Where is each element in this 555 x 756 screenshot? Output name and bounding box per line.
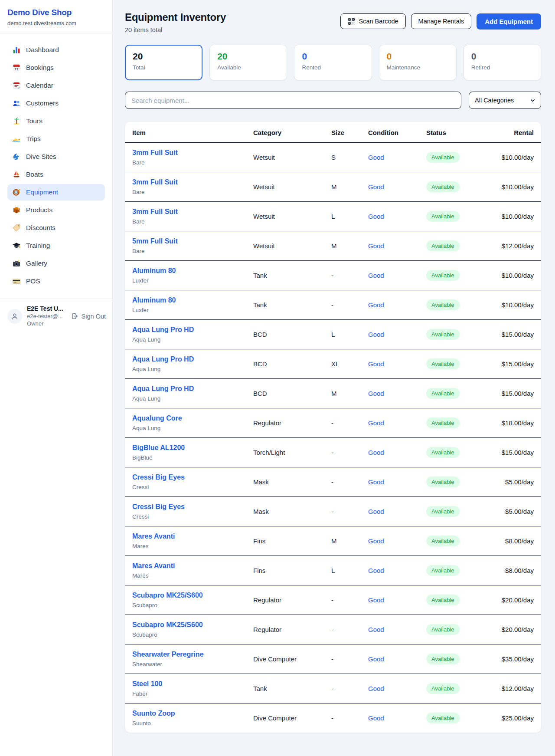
table-row[interactable]: Aqua Lung Pro HD Aqua Lung BCD XL Good A… xyxy=(125,349,541,378)
stat-value: 20 xyxy=(133,51,195,61)
item-condition-link[interactable]: Good xyxy=(368,349,426,378)
item-condition-link[interactable]: Good xyxy=(368,467,426,496)
item-name-link[interactable]: Aluminum 80 xyxy=(132,296,253,304)
item-name-link[interactable]: Steel 100 xyxy=(132,680,253,688)
stat-card-rented[interactable]: 0 Rented xyxy=(294,45,372,80)
table-row[interactable]: Aluminum 80 Luxfer Tank - Good Available… xyxy=(125,290,541,319)
sidebar-nav: Dashboard 17 Bookings Calendar Customers… xyxy=(0,33,112,299)
item-name-link[interactable]: Aqualung Core xyxy=(132,414,253,422)
sidebar-item-boats[interactable]: Boats xyxy=(7,166,105,183)
table-row[interactable]: Mares Avanti Mares Fins M Good Available… xyxy=(125,526,541,555)
item-condition-link[interactable]: Good xyxy=(368,615,426,644)
table-row[interactable]: Mares Avanti Mares Fins L Good Available… xyxy=(125,555,541,585)
item-name-link[interactable]: Scubapro MK25/S600 xyxy=(132,621,253,629)
category-select-value: All Categories xyxy=(475,97,514,104)
item-condition-link[interactable]: Good xyxy=(368,408,426,437)
table-row[interactable]: Cressi Big Eyes Cressi Mask - Good Avail… xyxy=(125,496,541,526)
item-name-link[interactable]: 5mm Full Suit xyxy=(132,237,253,245)
dive-sites-icon xyxy=(12,152,21,161)
stat-card-available[interactable]: 20 Available xyxy=(209,45,287,80)
item-rental-price: $10.00/day xyxy=(498,142,541,172)
item-name-link[interactable]: Shearwater Peregrine xyxy=(132,651,253,658)
stat-card-total[interactable]: 20 Total xyxy=(125,45,202,80)
user-name: E2E Test U... xyxy=(27,305,63,312)
sidebar-item-dashboard[interactable]: Dashboard xyxy=(7,42,105,58)
sidebar-item-gallery[interactable]: Gallery xyxy=(7,255,105,272)
item-condition-link[interactable]: Good xyxy=(368,674,426,703)
add-equipment-button[interactable]: Add Equipment xyxy=(477,13,541,30)
table-row[interactable]: Steel 100 Faber Tank - Good Available $1… xyxy=(125,674,541,703)
stat-card-retired[interactable]: 0 Retired xyxy=(464,45,541,80)
item-name-link[interactable]: Aqua Lung Pro HD xyxy=(132,385,253,393)
table-row[interactable]: 5mm Full Suit Bare Wetsuit M Good Availa… xyxy=(125,231,541,260)
table-row[interactable]: 3mm Full Suit Bare Wetsuit M Good Availa… xyxy=(125,172,541,201)
sidebar-item-equipment[interactable]: Equipment xyxy=(7,184,105,201)
item-name-link[interactable]: Aqua Lung Pro HD xyxy=(132,355,253,363)
item-condition-link[interactable]: Good xyxy=(368,260,426,290)
item-name-link[interactable]: BigBlue AL1200 xyxy=(132,444,253,452)
item-name-link[interactable]: Aluminum 80 xyxy=(132,267,253,275)
table-row[interactable]: BigBlue AL1200 BigBlue Torch/Light - Goo… xyxy=(125,437,541,467)
item-name-link[interactable]: Cressi Big Eyes xyxy=(132,473,253,481)
stat-label: Rented xyxy=(302,64,364,71)
sidebar-item-bookings[interactable]: 17 Bookings xyxy=(7,59,105,76)
sidebar-item-dive-sites[interactable]: Dive Sites xyxy=(7,148,105,165)
item-name-link[interactable]: 3mm Full Suit xyxy=(132,208,253,216)
item-condition-link[interactable]: Good xyxy=(368,496,426,526)
item-name-link[interactable]: Mares Avanti xyxy=(132,532,253,540)
manage-rentals-button[interactable]: Manage Rentals xyxy=(411,13,472,29)
item-name-link[interactable]: 3mm Full Suit xyxy=(132,149,253,157)
item-condition-link[interactable]: Good xyxy=(368,644,426,674)
item-condition-link[interactable]: Good xyxy=(368,526,426,555)
sidebar-item-discounts[interactable]: Discounts xyxy=(7,220,105,236)
sidebar-item-products[interactable]: Products xyxy=(7,202,105,218)
item-rental-price: $10.00/day xyxy=(498,201,541,231)
item-condition-link[interactable]: Good xyxy=(368,172,426,201)
item-name-link[interactable]: Suunto Zoop xyxy=(132,710,253,717)
table-row[interactable]: Aluminum 80 Luxfer Tank - Good Available… xyxy=(125,260,541,290)
table-row[interactable]: Scubapro MK25/S600 Scubapro Regulator - … xyxy=(125,615,541,644)
status-badge: Available xyxy=(426,358,460,369)
item-size: - xyxy=(331,496,368,526)
item-condition-link[interactable]: Good xyxy=(368,378,426,408)
item-rental-price: $15.00/day xyxy=(498,437,541,467)
item-name-link[interactable]: 3mm Full Suit xyxy=(132,178,253,186)
table-row[interactable]: 3mm Full Suit Bare Wetsuit L Good Availa… xyxy=(125,201,541,231)
item-condition-link[interactable]: Good xyxy=(368,319,426,349)
item-name-link[interactable]: Scubapro MK25/S600 xyxy=(132,592,253,599)
table-row[interactable]: Suunto Zoop Suunto Dive Computer - Good … xyxy=(125,703,541,733)
item-condition-link[interactable]: Good xyxy=(368,585,426,615)
item-condition-link[interactable]: Good xyxy=(368,437,426,467)
item-condition-link[interactable]: Good xyxy=(368,231,426,260)
sign-out-button[interactable]: Sign Out xyxy=(71,312,106,320)
shop-title[interactable]: Demo Dive Shop xyxy=(7,8,105,17)
sidebar: Demo Dive Shop demo.test.divestreams.com… xyxy=(0,0,113,756)
item-condition-link[interactable]: Good xyxy=(368,703,426,733)
table-row[interactable]: 3mm Full Suit Bare Wetsuit S Good Availa… xyxy=(125,142,541,172)
item-category: Tank xyxy=(253,674,331,703)
sidebar-item-training[interactable]: Training xyxy=(7,237,105,254)
table-row[interactable]: Aqualung Core Aqua Lung Regulator - Good… xyxy=(125,408,541,437)
sidebar-item-calendar[interactable]: Calendar xyxy=(7,77,105,94)
sidebar-item-pos[interactable]: POS xyxy=(7,273,105,289)
item-condition-link[interactable]: Good xyxy=(368,142,426,172)
item-name-link[interactable]: Cressi Big Eyes xyxy=(132,503,253,511)
item-name-link[interactable]: Aqua Lung Pro HD xyxy=(132,326,253,334)
sidebar-item-customers[interactable]: Customers xyxy=(7,95,105,112)
table-row[interactable]: Aqua Lung Pro HD Aqua Lung BCD L Good Av… xyxy=(125,319,541,349)
item-condition-link[interactable]: Good xyxy=(368,201,426,231)
item-name-link[interactable]: Mares Avanti xyxy=(132,562,253,570)
scan-barcode-button[interactable]: Scan Barcode xyxy=(340,13,405,29)
table-row[interactable]: Scubapro MK25/S600 Scubapro Regulator - … xyxy=(125,585,541,615)
sidebar-item-trips[interactable]: Trips xyxy=(7,131,105,147)
stat-card-maintenance[interactable]: 0 Maintenance xyxy=(379,45,457,80)
item-brand: Bare xyxy=(132,189,253,195)
item-condition-link[interactable]: Good xyxy=(368,290,426,319)
item-condition-link[interactable]: Good xyxy=(368,555,426,585)
sidebar-item-tours[interactable]: Tours xyxy=(7,113,105,129)
category-select[interactable]: All Categories xyxy=(469,92,541,109)
table-row[interactable]: Shearwater Peregrine Shearwater Dive Com… xyxy=(125,644,541,674)
table-row[interactable]: Cressi Big Eyes Cressi Mask - Good Avail… xyxy=(125,467,541,496)
search-input[interactable] xyxy=(125,92,461,109)
table-row[interactable]: Aqua Lung Pro HD Aqua Lung BCD M Good Av… xyxy=(125,378,541,408)
